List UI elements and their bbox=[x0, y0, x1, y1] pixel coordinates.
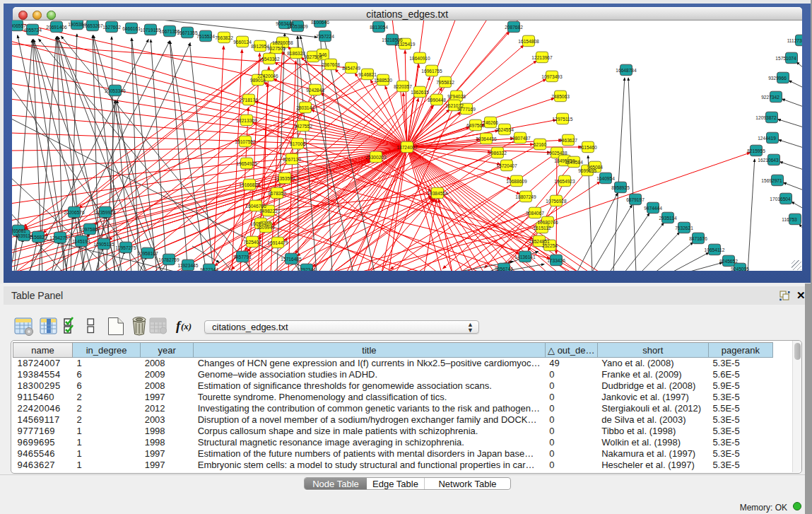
svg-text:7632621: 7632621 bbox=[675, 226, 693, 230]
svg-text:16961755: 16961755 bbox=[421, 69, 442, 74]
svg-text:8220357: 8220357 bbox=[394, 84, 412, 89]
svg-text:8267130: 8267130 bbox=[283, 157, 301, 162]
svg-text:12942757: 12942757 bbox=[49, 235, 71, 240]
svg-text:9146821: 9146821 bbox=[358, 72, 377, 77]
svg-text:19654925: 19654925 bbox=[236, 161, 257, 166]
svg-text:1112736: 1112736 bbox=[787, 38, 802, 43]
svg-text:14136141: 14136141 bbox=[514, 255, 536, 259]
svg-text:765081: 765081 bbox=[12, 228, 26, 233]
svg-text:16671355: 16671355 bbox=[177, 30, 198, 35]
svg-text:1849584: 1849584 bbox=[565, 160, 583, 165]
svg-text:20364436: 20364436 bbox=[476, 136, 497, 141]
svg-text:10653267: 10653267 bbox=[82, 23, 103, 28]
svg-text:1733426: 1733426 bbox=[547, 258, 565, 263]
svg-text:9327505: 9327505 bbox=[267, 46, 286, 51]
svg-text:10688609: 10688609 bbox=[506, 179, 527, 184]
svg-text:18807249: 18807249 bbox=[515, 194, 536, 199]
svg-text:10958107: 10958107 bbox=[137, 251, 158, 256]
svg-text:12975115: 12975115 bbox=[553, 117, 573, 122]
svg-text:10654112: 10654112 bbox=[705, 247, 725, 252]
svg-text:989014: 989014 bbox=[250, 78, 266, 83]
svg-text:7515524: 7515524 bbox=[196, 34, 215, 39]
svg-text:10120746: 10120746 bbox=[537, 220, 558, 225]
svg-text:817006: 817006 bbox=[290, 141, 305, 146]
svg-text:16648784: 16648784 bbox=[616, 68, 637, 73]
svg-text:1527602: 1527602 bbox=[102, 25, 121, 30]
svg-text:17957275: 17957275 bbox=[115, 245, 136, 250]
svg-text:8427552: 8427552 bbox=[294, 124, 312, 129]
svg-text:9245095: 9245095 bbox=[731, 267, 749, 271]
svg-text:10719155: 10719155 bbox=[140, 28, 161, 33]
svg-text:16543362: 16543362 bbox=[259, 57, 280, 62]
svg-text:25300203: 25300203 bbox=[365, 155, 387, 160]
svg-text:2718176: 2718176 bbox=[240, 98, 258, 103]
svg-text:18640910: 18640910 bbox=[409, 56, 430, 61]
svg-text:9457791: 9457791 bbox=[233, 255, 252, 259]
svg-text:6497568: 6497568 bbox=[466, 123, 485, 128]
svg-text:16053809: 16053809 bbox=[287, 24, 308, 29]
svg-text:15751074: 15751074 bbox=[775, 56, 796, 61]
svg-text:9622344: 9622344 bbox=[200, 267, 218, 271]
svg-text:16154808: 16154808 bbox=[518, 39, 539, 44]
svg-text:9463627: 9463627 bbox=[559, 138, 577, 143]
svg-text:3624554: 3624554 bbox=[495, 127, 514, 132]
svg-text:10025438: 10025438 bbox=[546, 151, 567, 156]
svg-text:1588520: 1588520 bbox=[374, 78, 392, 83]
svg-text:1609946: 1609946 bbox=[257, 225, 275, 230]
svg-text:15716485: 15716485 bbox=[281, 257, 302, 262]
svg-text:746266: 746266 bbox=[483, 120, 498, 125]
svg-text:18226058: 18226058 bbox=[272, 40, 293, 45]
svg-text:10975867: 10975867 bbox=[79, 227, 100, 232]
svg-text:8215955: 8215955 bbox=[747, 148, 765, 153]
svg-text:16210643: 16210643 bbox=[758, 158, 779, 163]
svg-text:9245652: 9245652 bbox=[719, 259, 738, 264]
svg-text:7357224: 7357224 bbox=[316, 34, 334, 39]
svg-text:11923445: 11923445 bbox=[178, 263, 199, 268]
svg-text:10973493: 10973493 bbox=[541, 74, 563, 79]
svg-text:18724007: 18724007 bbox=[396, 145, 418, 150]
svg-text:8454749: 8454749 bbox=[342, 66, 360, 71]
svg-text:7663822: 7663822 bbox=[215, 35, 233, 40]
svg-text:15720407: 15720407 bbox=[496, 163, 517, 168]
svg-text:8100646: 8100646 bbox=[311, 21, 329, 25]
svg-text:17016504: 17016504 bbox=[770, 197, 791, 201]
svg-text:116753: 116753 bbox=[782, 217, 797, 222]
svg-text:6466161: 6466161 bbox=[122, 26, 141, 31]
svg-text:12213369: 12213369 bbox=[236, 118, 257, 123]
svg-text:8990448: 8990448 bbox=[428, 98, 446, 103]
svg-text:9777169: 9777169 bbox=[457, 107, 476, 112]
svg-text:7986322: 7986322 bbox=[488, 151, 507, 156]
svg-text:1292344: 1292344 bbox=[298, 267, 316, 271]
svg-text:20053346: 20053346 bbox=[105, 88, 126, 93]
svg-text:9474444: 9474444 bbox=[644, 206, 662, 211]
svg-text:9227342: 9227342 bbox=[761, 95, 779, 100]
svg-text:11353594: 11353594 bbox=[275, 176, 295, 181]
svg-text:19654923: 19654923 bbox=[554, 179, 575, 184]
svg-text:9794028: 9794028 bbox=[447, 94, 466, 99]
svg-text:8186328: 8186328 bbox=[287, 51, 305, 56]
svg-text:10807487: 10807487 bbox=[510, 136, 531, 141]
svg-text:19384554: 19384554 bbox=[427, 191, 448, 196]
svg-text:4055724: 4055724 bbox=[23, 28, 42, 33]
svg-text:1145194: 1145194 bbox=[72, 239, 90, 244]
svg-text:15692971: 15692971 bbox=[761, 178, 782, 183]
svg-text:9242848: 9242848 bbox=[306, 88, 324, 93]
svg-text:8471676: 8471676 bbox=[689, 236, 707, 241]
svg-text:3498222: 3498222 bbox=[259, 209, 278, 214]
svg-text:546: 546 bbox=[319, 52, 326, 57]
svg-text:7485063: 7485063 bbox=[551, 94, 570, 99]
svg-text:19166829: 19166829 bbox=[239, 182, 260, 187]
svg-text:2935114: 2935114 bbox=[659, 216, 677, 221]
svg-text:2803144: 2803144 bbox=[296, 105, 314, 110]
svg-text:10756928: 10756928 bbox=[546, 199, 567, 204]
svg-text:8958925: 8958925 bbox=[611, 185, 630, 190]
svg-text:11325419: 11325419 bbox=[395, 42, 416, 47]
svg-text:7955812: 7955812 bbox=[436, 80, 454, 85]
svg-text:9329966: 9329966 bbox=[768, 76, 787, 81]
svg-text:16782759: 16782759 bbox=[158, 257, 180, 262]
svg-text:9084067: 9084067 bbox=[526, 211, 544, 216]
svg-text:1244419: 1244419 bbox=[758, 136, 776, 141]
svg-text:62160: 62160 bbox=[534, 142, 547, 147]
svg-text:9660124: 9660124 bbox=[233, 40, 252, 45]
svg-text:1362615: 1362615 bbox=[411, 90, 429, 95]
